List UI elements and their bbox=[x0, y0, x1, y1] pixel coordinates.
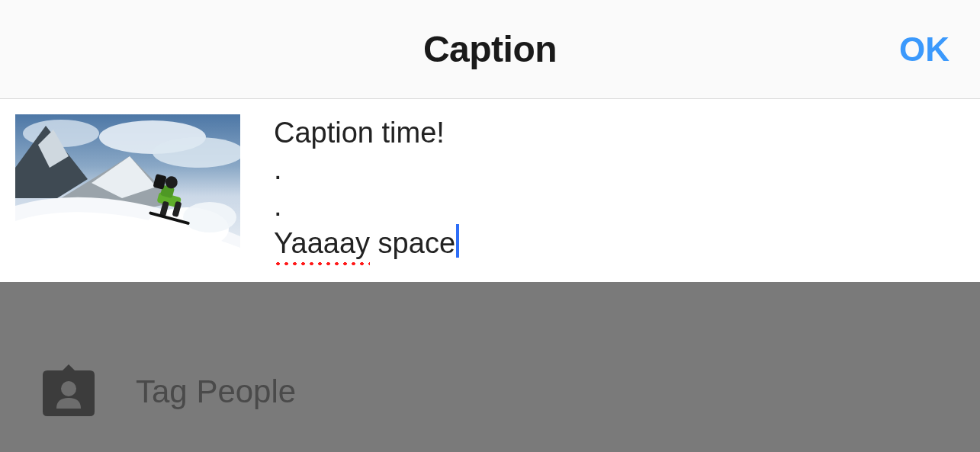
tag-people-row[interactable]: Tag People bbox=[0, 332, 980, 452]
caption-area: Caption time! . . Yaaaay space bbox=[0, 99, 980, 280]
header-bar: Caption OK bbox=[0, 0, 980, 99]
text-cursor bbox=[456, 224, 459, 258]
caption-line: Caption time! bbox=[274, 114, 965, 151]
svg-point-16 bbox=[61, 381, 76, 396]
page-title: Caption bbox=[423, 28, 557, 70]
svg-point-8 bbox=[183, 202, 236, 232]
caption-text-fragment: space bbox=[370, 227, 455, 259]
caption-input[interactable]: Caption time! . . Yaaaay space bbox=[240, 114, 965, 261]
post-thumbnail[interactable] bbox=[15, 114, 240, 263]
spellcheck-underline: Yaaaay bbox=[274, 225, 370, 261]
ok-button[interactable]: OK bbox=[899, 30, 949, 69]
tag-people-icon bbox=[40, 361, 98, 422]
caption-line: . bbox=[274, 188, 965, 224]
tag-people-label: Tag People bbox=[136, 373, 296, 410]
caption-line: . bbox=[274, 151, 965, 188]
svg-point-1 bbox=[153, 137, 240, 168]
caption-line: Yaaaay space bbox=[274, 224, 965, 261]
